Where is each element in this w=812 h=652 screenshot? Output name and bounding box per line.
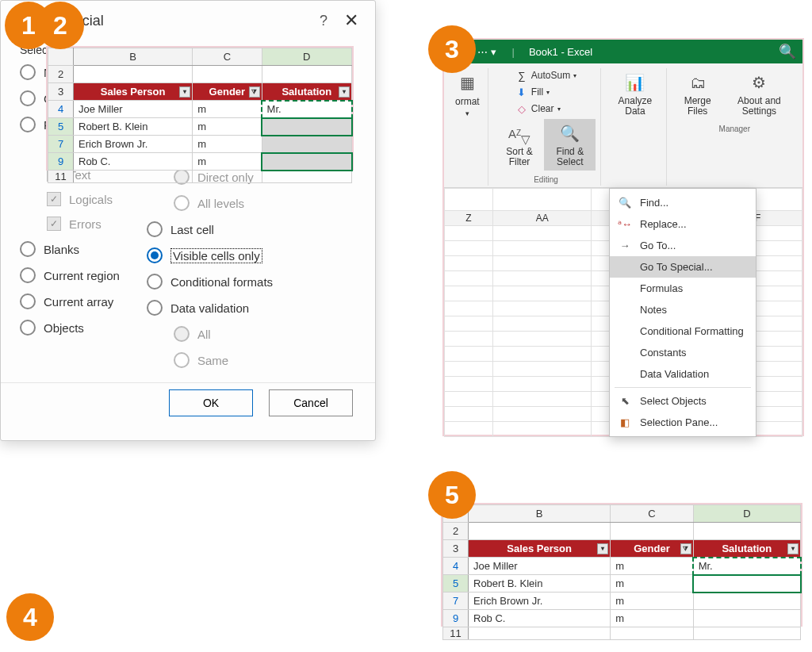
format-button[interactable]: ▦ ormat ▾ bbox=[452, 68, 483, 121]
row-header[interactable]: 4 bbox=[48, 101, 74, 118]
about-settings-button[interactable]: ⚙ About and Settings bbox=[724, 68, 795, 120]
cell-gender[interactable]: m bbox=[611, 610, 693, 627]
filter-dropdown-icon[interactable]: ▾ bbox=[787, 543, 799, 554]
menu-select-objects[interactable]: ⬉Select Objects bbox=[610, 390, 756, 412]
row-header[interactable]: 2 bbox=[443, 523, 469, 540]
col-header-b[interactable]: B bbox=[74, 48, 193, 66]
cell-salutation-selected[interactable] bbox=[262, 118, 351, 136]
corner-cell[interactable] bbox=[48, 48, 74, 66]
col-header[interactable]: AA bbox=[492, 211, 591, 226]
row-header[interactable]: 4 bbox=[443, 558, 469, 575]
check-logicals: ✓Logicals bbox=[47, 192, 120, 206]
radio-same: Same bbox=[174, 352, 273, 368]
cell-name[interactable]: Robert B. Klein bbox=[469, 575, 611, 593]
search-icon[interactable]: 🔍 bbox=[779, 43, 796, 60]
cell-salutation-selected[interactable] bbox=[262, 153, 351, 171]
cell-salutation[interactable] bbox=[693, 610, 800, 627]
radio-blanks[interactable]: Blanks bbox=[20, 241, 120, 257]
cell-gender[interactable]: m bbox=[193, 118, 262, 136]
ok-button[interactable]: OK bbox=[169, 389, 253, 416]
radio-visible-cells-only[interactable]: Visible cells only bbox=[147, 247, 273, 263]
cell-gender[interactable]: m bbox=[611, 593, 693, 610]
sigma-icon: ∑ bbox=[515, 69, 528, 82]
filter-dropdown-icon[interactable]: ▾ bbox=[339, 86, 350, 98]
cell-name[interactable]: Rob C. bbox=[74, 153, 193, 171]
cell-gender[interactable]: m bbox=[611, 558, 693, 575]
cell-gender[interactable]: m bbox=[193, 101, 262, 118]
row-header[interactable]: 11 bbox=[443, 627, 469, 640]
merge-files-button[interactable]: 🗂 Merge Files bbox=[675, 68, 721, 120]
sort-filter-icon: AZ▽ bbox=[508, 122, 530, 144]
cell-name[interactable]: Joe Miller bbox=[469, 558, 611, 575]
row-header[interactable]: 9 bbox=[443, 610, 469, 627]
row-header[interactable]: 9 bbox=[48, 153, 74, 171]
col-header-d[interactable]: D bbox=[693, 505, 800, 523]
clear-button[interactable]: ◇Clear ▾ bbox=[514, 102, 562, 116]
filter-active-icon[interactable]: ⧩ bbox=[680, 543, 691, 554]
cursor-icon: ⬉ bbox=[618, 395, 632, 407]
search-icon: 🔍 bbox=[618, 197, 632, 209]
row-header[interactable]: 5 bbox=[48, 118, 74, 136]
cell-gender[interactable]: m bbox=[193, 153, 262, 171]
menu-find[interactable]: 🔍Find... bbox=[610, 192, 756, 213]
radio-conditional-formats[interactable]: Conditional formats bbox=[147, 274, 273, 290]
table-header-gender: Gender⧩ bbox=[193, 83, 262, 101]
menu-conditional-formatting[interactable]: Conditional Formatting bbox=[610, 320, 756, 342]
col-header-d[interactable]: D bbox=[262, 48, 351, 66]
col-header-c[interactable]: C bbox=[611, 505, 693, 523]
cell-name[interactable]: Rob C. bbox=[469, 610, 611, 627]
filter-active-icon[interactable]: ⧩ bbox=[249, 86, 260, 98]
cell-salutation-selected[interactable] bbox=[262, 136, 351, 153]
sort-filter-button[interactable]: AZ▽ Sort & Filter bbox=[496, 119, 543, 171]
cell-name[interactable]: Joe Miller bbox=[74, 101, 193, 118]
filter-dropdown-icon[interactable]: ▾ bbox=[179, 86, 190, 98]
quick-access-dropdown-icon[interactable]: ⋯ ▾ bbox=[477, 46, 496, 58]
ribbon-strip: ▦ ormat ▾ ∑AutoSum ▾ ⬇Fill ▾ ◇Clear ▾ AZ… bbox=[444, 63, 802, 188]
cell-name[interactable]: Erich Brown Jr. bbox=[469, 593, 611, 610]
cell-salutation[interactable]: Mr. bbox=[262, 101, 351, 118]
arrow-icon: → bbox=[618, 240, 632, 251]
radio-data-validation[interactable]: Data validation bbox=[147, 300, 273, 316]
menu-formulas[interactable]: Formulas bbox=[610, 278, 756, 299]
menu-constants[interactable]: Constants bbox=[610, 342, 756, 363]
menu-selection-pane[interactable]: ◧Selection Pane... bbox=[610, 412, 756, 433]
row-header[interactable]: 2 bbox=[48, 66, 74, 83]
cell-salutation[interactable]: Mr. bbox=[693, 558, 800, 575]
panel-spreadsheet-source: B C D 2 3 Sales Person▾ Gender⧩ Salutati… bbox=[46, 46, 354, 171]
cell-name[interactable]: Robert B. Klein bbox=[74, 118, 193, 136]
radio-objects[interactable]: Objects bbox=[20, 320, 120, 336]
menu-notes[interactable]: Notes bbox=[610, 299, 756, 320]
radio-last-cell[interactable]: Last cell bbox=[147, 221, 273, 237]
menu-replace[interactable]: ᵃ↔Replace... bbox=[610, 213, 756, 235]
find-select-menu: 🔍Find... ᵃ↔Replace... →Go To... Go To Sp… bbox=[609, 188, 756, 437]
fill-button[interactable]: ⬇Fill ▾ bbox=[514, 85, 551, 99]
menu-goto-special[interactable]: Go To Special... bbox=[610, 256, 756, 278]
col-header-c[interactable]: C bbox=[193, 48, 262, 66]
step-badge-2: 2 bbox=[36, 2, 84, 49]
col-header[interactable]: Z bbox=[445, 211, 493, 226]
cell-name[interactable]: Erich Brown Jr. bbox=[74, 136, 193, 153]
close-icon[interactable]: ✕ bbox=[340, 10, 362, 31]
autosum-button[interactable]: ∑AutoSum ▾ bbox=[514, 68, 578, 82]
row-header[interactable]: 5 bbox=[443, 575, 469, 593]
filter-dropdown-icon[interactable]: ▾ bbox=[597, 543, 608, 554]
table-header-salutation: Salutation▾ bbox=[262, 83, 351, 101]
cancel-button[interactable]: Cancel bbox=[269, 389, 353, 416]
row-header[interactable]: 7 bbox=[443, 593, 469, 610]
radio-current-array[interactable]: Current array bbox=[20, 293, 120, 309]
cell-gender[interactable]: m bbox=[193, 136, 262, 153]
row-header[interactable]: 3 bbox=[48, 83, 74, 101]
help-button[interactable]: ? bbox=[320, 13, 327, 29]
cell-salutation-active[interactable] bbox=[693, 575, 800, 593]
menu-data-validation[interactable]: Data Validation bbox=[610, 363, 756, 385]
cell-gender[interactable]: m bbox=[611, 575, 693, 593]
row-header[interactable]: 3 bbox=[443, 540, 469, 558]
menu-goto[interactable]: →Go To... bbox=[610, 235, 756, 256]
row-header[interactable]: 7 bbox=[48, 136, 74, 153]
radio-current-region[interactable]: Current region bbox=[20, 267, 120, 283]
find-select-button[interactable]: 🔍 Find & Select bbox=[544, 119, 596, 171]
cell-salutation[interactable] bbox=[693, 593, 800, 610]
row-header[interactable]: 11 bbox=[48, 171, 74, 183]
col-header-b[interactable]: B bbox=[469, 505, 611, 523]
analyze-data-button[interactable]: 📊 Analyze Data bbox=[609, 68, 661, 120]
